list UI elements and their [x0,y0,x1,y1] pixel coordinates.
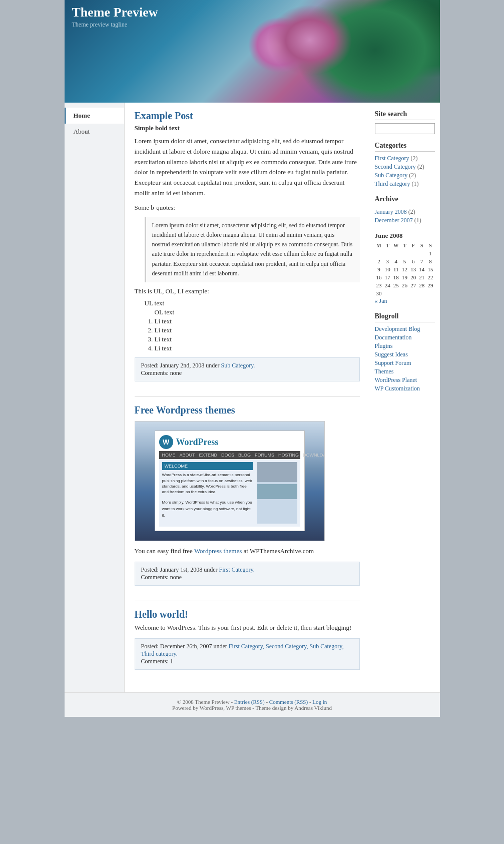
archive-jan-2008[interactable]: January 2008 (2) [375,208,435,216]
cal-header-w: W [392,242,400,249]
calendar-day[interactable]: 2 [375,257,383,265]
blogroll-section: Blogroll Development Blog Documentation … [375,312,435,392]
search-heading: Site search [375,110,435,120]
calendar-day[interactable]: 6 [409,257,417,265]
meta-category-link-1[interactable]: Sub Category. [221,362,255,369]
blogroll-heading: Blogroll [375,312,435,322]
archive-section: Archive January 2008 (2) December 2007 (… [375,195,435,224]
calendar-day[interactable]: 7 [417,257,426,265]
list-item: Li text [155,335,360,343]
calendar-day[interactable]: 16 [375,273,383,281]
post-body-wordpress: You can easy find free Wordpress themes … [135,546,360,557]
archive-dec-2007[interactable]: December 2007 (1) [375,217,435,224]
blogroll-wp-planet[interactable]: WordPress Planet [375,376,435,384]
post-wordpress: Free Wordpress themes W WordPress HOME A… [135,404,360,586]
calendar-day[interactable]: 11 [392,265,400,273]
calendar-day[interactable]: 5 [400,257,409,265]
calendar-day[interactable]: 3 [383,257,392,265]
calendar-day[interactable]: 21 [417,273,426,281]
blogroll-support[interactable]: Support Forum [375,359,435,367]
post-meta-hello: Posted: December 26th, 2007 under First … [135,638,360,670]
calendar-day[interactable]: 14 [417,265,426,273]
blogroll-themes[interactable]: Themes [375,368,435,375]
calendar-day[interactable]: 15 [426,265,434,273]
calendar-day[interactable]: 23 [375,281,383,289]
wp-circle-logo: W [159,435,173,449]
category-link-first[interactable]: First Category (2) [375,155,435,162]
footer-links: © 2008 Theme Preview - Entries (RSS) - C… [71,699,434,705]
ul-text-label: UL text [145,299,165,307]
right-sidebar: Site search Categories First Category (2… [370,103,440,692]
list-item: Li text [155,326,360,334]
site-tagline: Theme preview tagline [72,21,432,29]
calendar-day[interactable]: 10 [383,265,392,273]
post-title-example: Example Post [135,110,360,122]
footer-comments-rss[interactable]: Comments (RSS) [269,699,308,705]
calendar-day[interactable]: 17 [383,273,392,281]
calendar-day[interactable]: 13 [409,265,417,273]
sidebar-item-home[interactable]: Home [65,108,124,124]
footer-login[interactable]: Log in [312,699,327,705]
calendar-day[interactable]: 28 [417,281,426,289]
calendar-day[interactable]: 19 [400,273,409,281]
wp-brand-name: WordPress [176,437,219,448]
cal-header-s1: S [417,242,426,249]
post-body-hello: Welcome to WordPress. This is your first… [135,623,360,633]
header-text: Theme Preview Theme preview tagline [72,5,432,29]
calendar-day[interactable]: 12 [400,265,409,273]
post-img-inner: W WordPress HOME ABOUT EXTEND DOCS BLOG … [135,421,324,541]
wp-right-col [257,462,297,524]
sidebar-item-about[interactable]: About [65,124,124,140]
calendar-day[interactable]: 20 [409,273,417,281]
cal-header-s2: S [426,242,434,249]
calendar-day[interactable]: 30 [375,289,383,297]
blogroll-suggest[interactable]: Suggest Ideas [375,351,435,358]
meta-posted-1: Posted: January 2nd, 2008 under [141,362,220,369]
calendar-day[interactable]: 18 [392,273,400,281]
ul-text-item: UL text [145,299,360,307]
calendar-heading: June 2008 [375,232,435,240]
calendar-table: June 2008 M T W T F S S 123456789 [375,232,435,297]
calendar-prev-link[interactable]: « Jan [375,297,435,305]
ul-example-label: This is UL, OL, LI example: [135,287,360,295]
calendar-day [392,289,400,297]
footer-entries-rss[interactable]: Entries (RSS) [234,699,265,705]
post-blockquote: Lorem ipsum dolor sit amet, consectetur … [145,217,360,282]
calendar-day[interactable]: 1 [426,249,434,257]
site-header: Theme Preview Theme preview tagline [65,0,440,103]
search-input[interactable] [375,123,435,134]
post-body-example: Lorem ipsum dolor sit amet, consectetur … [135,136,360,199]
post-title-hello: Hello world! [135,609,360,620]
calendar-day[interactable]: 29 [426,281,434,289]
post-bold-text: Simple bold text [135,124,360,132]
meta-comments-3: Comments: 1 [141,658,173,665]
category-link-third[interactable]: Third category (1) [375,180,435,188]
blogroll-wp-custom[interactable]: WP Customization [375,385,435,392]
calendar-day[interactable]: 26 [400,281,409,289]
calendar-day[interactable]: 9 [375,265,383,273]
meta-category-link-2[interactable]: First Category. [219,566,254,573]
ol-text-label: OL text [155,308,175,316]
wp-logo-line: W WordPress [159,435,300,449]
calendar-day [409,249,417,257]
categories-heading: Categories [375,142,435,152]
category-link-second[interactable]: Second Category (2) [375,163,435,171]
calendar-day[interactable]: 27 [409,281,417,289]
calendar-day[interactable]: 8 [426,257,434,265]
post-title-wordpress: Free Wordpress themes [135,404,360,416]
blogroll-plugins[interactable]: Plugins [375,342,435,350]
wordpress-themes-link[interactable]: Wordpress themes [194,547,242,555]
calendar-day[interactable]: 25 [392,281,400,289]
blogroll-dev-blog[interactable]: Development Blog [375,325,435,333]
cal-header-m: M [375,242,383,249]
blogroll-documentation[interactable]: Documentation [375,334,435,341]
cal-header-t2: T [400,242,409,249]
calendar-day[interactable]: 4 [392,257,400,265]
calendar-day[interactable]: 24 [383,281,392,289]
wp-content-area: WELCOME WordPress is a state-of-the-art … [159,459,300,527]
calendar-day[interactable]: 22 [426,273,434,281]
categories-section: Categories First Category (2) Second Cat… [375,142,435,188]
main-content: Example Post Simple bold text Lorem ipsu… [125,103,370,692]
li-list: Li text Li text Li text Li text [155,317,360,352]
category-link-sub[interactable]: Sub Category (2) [375,172,435,179]
